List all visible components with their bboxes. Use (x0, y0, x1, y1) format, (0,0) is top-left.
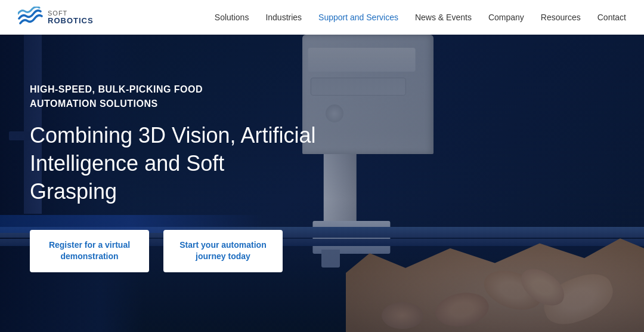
hero-buttons: Register for a virtual demonstration Sta… (30, 230, 614, 272)
logo[interactable]: SOFT ROBOTICS (18, 7, 94, 28)
nav-company[interactable]: Company (488, 13, 524, 22)
nav-solutions[interactable]: Solutions (215, 13, 249, 22)
hero-eyebrow-line1: HIGH-SPEED, BULK-PICKING FOOD (30, 84, 203, 94)
logo-waves-icon (18, 7, 43, 28)
hero-content: HIGH-SPEED, BULK-PICKING FOOD AUTOMATION… (0, 35, 644, 332)
nav-industries[interactable]: Industries (265, 13, 302, 22)
register-demo-button[interactable]: Register for a virtual demonstration (30, 230, 149, 272)
nav-resources[interactable]: Resources (541, 13, 581, 22)
nav-support[interactable]: Support and Services (318, 13, 398, 22)
site-header: SOFT ROBOTICS Solutions Industries Suppo… (0, 0, 644, 35)
logo-robotics-label: ROBOTICS (48, 17, 94, 25)
main-nav: Solutions Industries Support and Service… (215, 13, 626, 22)
nav-contact[interactable]: Contact (597, 13, 626, 22)
start-journey-button[interactable]: Start your automation journey today (163, 230, 283, 272)
hero-eyebrow: HIGH-SPEED, BULK-PICKING FOOD AUTOMATION… (30, 82, 286, 111)
logo-text: SOFT ROBOTICS (48, 10, 94, 25)
hero-title: Combining 3D Vision, Artificial Intellig… (30, 122, 316, 205)
hero-section: HIGH-SPEED, BULK-PICKING FOOD AUTOMATION… (0, 0, 644, 332)
nav-news[interactable]: News & Events (415, 13, 472, 22)
hero-eyebrow-line2: AUTOMATION SOLUTIONS (30, 99, 158, 109)
